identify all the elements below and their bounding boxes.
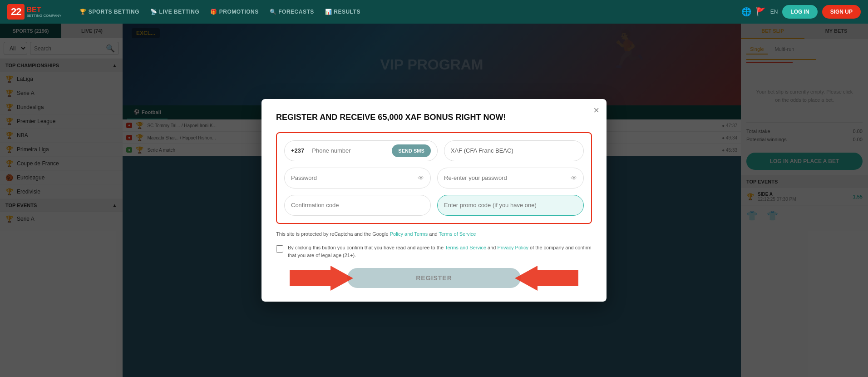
register-modal: × REGISTER AND RECEIVE 65,000 XAF BONUS … bbox=[261, 99, 607, 302]
nav-right-actions: 🌐 🚩 EN LOG IN SIGN UP bbox=[741, 5, 861, 19]
terms-checkbox-label: By clicking this button you confirm that… bbox=[288, 244, 592, 259]
register-row: REGISTER bbox=[276, 268, 592, 288]
form-row-3 bbox=[284, 195, 584, 216]
eye-icon-2[interactable]: 👁 bbox=[571, 174, 577, 182]
arrow-left-icon bbox=[515, 266, 578, 291]
phone-input[interactable] bbox=[312, 147, 388, 154]
logo-bet: BET bbox=[26, 6, 61, 14]
reenter-password-input[interactable] bbox=[444, 174, 567, 181]
nav-results[interactable]: 📊RESULTS bbox=[325, 9, 360, 15]
promo-code-input-group bbox=[437, 195, 584, 216]
left-arrow-container bbox=[290, 266, 353, 291]
send-sms-button[interactable]: SEND SMS bbox=[392, 144, 430, 157]
main-layout: SPORTS (2196) LIVE (74) All 🔍 TOP CHAMPI… bbox=[0, 24, 868, 377]
arrow-right-icon bbox=[290, 266, 353, 291]
promo-code-input[interactable] bbox=[444, 202, 577, 208]
signup-button[interactable]: SIGN UP bbox=[822, 5, 861, 19]
register-button[interactable]: REGISTER bbox=[347, 268, 521, 288]
captcha-notice: This site is protected by reCaptcha and … bbox=[276, 230, 592, 238]
flag-icon[interactable]: 🚩 bbox=[756, 7, 766, 17]
modal-overlay[interactable]: × REGISTER AND RECEIVE 65,000 XAF BONUS … bbox=[0, 24, 868, 377]
password-input-group: 👁 bbox=[284, 168, 431, 188]
nav-items: 🏆SPORTS BETTING 📡LIVE BETTING 🎁PROMOTION… bbox=[79, 9, 732, 15]
phone-input-group: +237 SEND SMS bbox=[284, 140, 438, 161]
svg-marker-0 bbox=[290, 266, 353, 291]
logo: 22 BET BETTING COMPANY bbox=[7, 4, 61, 20]
terms-checkbox[interactable] bbox=[276, 245, 283, 253]
modal-close-button[interactable]: × bbox=[593, 105, 599, 115]
globe-icon[interactable]: 🌐 bbox=[741, 7, 751, 17]
policy-terms-link[interactable]: Policy and Terms bbox=[390, 231, 428, 237]
terms-checkbox-row: By clicking this button you confirm that… bbox=[276, 244, 592, 259]
eye-icon[interactable]: 👁 bbox=[418, 174, 424, 182]
logo-brand: 22 bbox=[7, 4, 25, 20]
confirmation-code-input-group bbox=[284, 195, 431, 216]
lang-label: EN bbox=[770, 9, 778, 15]
modal-title: REGISTER AND RECEIVE 65,000 XAF BONUS RI… bbox=[276, 113, 592, 122]
phone-prefix: +237 bbox=[291, 147, 308, 154]
privacy-policy-link[interactable]: Privacy Policy bbox=[497, 245, 528, 250]
registration-form: +237 SEND SMS XAF (CFA Franc BEAC) 👁 bbox=[276, 132, 592, 224]
password-input[interactable] bbox=[291, 174, 414, 181]
form-row-1: +237 SEND SMS XAF (CFA Franc BEAC) bbox=[284, 140, 584, 161]
nav-live-betting[interactable]: 📡LIVE BETTING bbox=[150, 9, 199, 15]
svg-marker-1 bbox=[515, 266, 578, 291]
currency-input-group: XAF (CFA Franc BEAC) bbox=[444, 140, 584, 161]
reenter-password-input-group: 👁 bbox=[437, 168, 584, 188]
top-navigation: 22 BET BETTING COMPANY 🏆SPORTS BETTING 📡… bbox=[0, 0, 868, 24]
nav-sports-betting[interactable]: 🏆SPORTS BETTING bbox=[79, 9, 139, 15]
logo-tagline: BETTING COMPANY bbox=[26, 14, 61, 18]
nav-forecasts[interactable]: 🔍FORECASTS bbox=[270, 9, 314, 15]
right-arrow-container bbox=[515, 266, 578, 291]
currency-value: XAF (CFA Franc BEAC) bbox=[451, 147, 513, 154]
terms-service-link[interactable]: Terms of Service bbox=[439, 231, 476, 237]
login-button[interactable]: LOG IN bbox=[782, 5, 817, 19]
terms-service-checkbox-link[interactable]: Terms and Service bbox=[445, 245, 486, 250]
form-row-2: 👁 👁 bbox=[284, 168, 584, 188]
nav-promotions[interactable]: 🎁PROMOTIONS bbox=[210, 9, 259, 15]
confirmation-code-input[interactable] bbox=[291, 202, 424, 208]
